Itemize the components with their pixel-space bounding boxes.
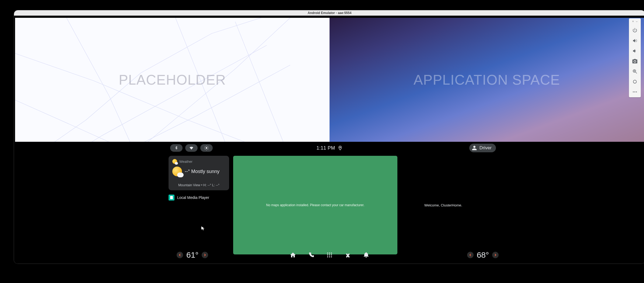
fan-icon xyxy=(345,252,351,258)
bluetooth-icon xyxy=(174,146,179,150)
volume-up-icon xyxy=(632,38,638,43)
upper-display-row: PLACEHOLDER APPLICATION SPACE xyxy=(15,18,644,142)
map-background-lines xyxy=(15,18,330,142)
emulator-close-button[interactable]: × xyxy=(632,20,634,23)
emulator-toolbar: × – xyxy=(629,18,641,97)
hvac-right-down[interactable] xyxy=(467,252,474,258)
bell-icon xyxy=(363,252,369,258)
svg-point-18 xyxy=(331,256,332,257)
weather-card[interactable]: Weather --° Mostly sunny Mountain View •… xyxy=(169,156,229,190)
status-bar: 1:11 PM Driver xyxy=(15,142,644,154)
hvac-right-up[interactable] xyxy=(492,252,499,258)
chevron-right-icon xyxy=(204,254,206,256)
power-icon xyxy=(632,28,638,33)
apps-grid-icon xyxy=(326,252,333,258)
window-titlebar[interactable]: Android Emulator - aae:5554 xyxy=(14,10,644,16)
svg-point-26 xyxy=(636,91,637,92)
camera-icon xyxy=(632,58,638,64)
weather-subline: Mountain View • H: --° L: --° xyxy=(172,183,225,187)
svg-point-10 xyxy=(327,253,328,254)
svg-line-6 xyxy=(208,149,208,150)
emulator-volume-down-button[interactable] xyxy=(632,48,638,54)
weather-title: Weather xyxy=(179,160,192,164)
appspace-label: APPLICATION SPACE xyxy=(414,72,560,88)
left-column: Weather --° Mostly sunny Mountain View •… xyxy=(169,156,229,201)
wifi-icon xyxy=(189,146,194,150)
emulator-zoom-button[interactable] xyxy=(632,68,638,75)
clock: 1:11 PM xyxy=(316,145,335,151)
svg-point-12 xyxy=(331,253,332,254)
status-center: 1:11 PM xyxy=(316,145,342,151)
emulator-minimize-button[interactable]: – xyxy=(636,20,638,23)
instrument-cluster-pane: PLACEHOLDER xyxy=(15,18,330,142)
volume-down-icon xyxy=(632,48,638,54)
svg-line-5 xyxy=(205,146,205,147)
hvac-left: 61° xyxy=(177,250,208,260)
svg-line-8 xyxy=(208,146,208,147)
quick-toggle-group xyxy=(170,144,213,152)
cluster-welcome-text: Welcome, ClusterHome. xyxy=(424,203,462,207)
profile-chip[interactable]: Driver xyxy=(469,144,496,152)
svg-line-20 xyxy=(636,72,637,74)
media-card[interactable]: Local Media Player xyxy=(169,195,229,201)
emulator-volume-up-button[interactable] xyxy=(632,37,638,44)
brightness-toggle[interactable] xyxy=(200,144,213,152)
svg-point-17 xyxy=(329,256,330,257)
nav-apps[interactable] xyxy=(326,251,333,258)
hvac-left-up[interactable] xyxy=(202,252,208,258)
svg-point-25 xyxy=(634,91,635,92)
weather-icon-small xyxy=(172,159,177,164)
location-icon xyxy=(338,146,343,150)
svg-point-16 xyxy=(327,256,328,257)
launcher-content: Weather --° Mostly sunny Mountain View •… xyxy=(15,156,644,247)
chevron-left-icon xyxy=(469,254,472,256)
nav-home[interactable] xyxy=(289,251,296,258)
nav-notifications[interactable] xyxy=(363,251,370,258)
device-screen: PLACEHOLDER APPLICATION SPACE xyxy=(14,16,644,264)
person-icon xyxy=(471,145,477,151)
weather-headline: --° Mostly sunny xyxy=(185,169,219,174)
svg-point-24 xyxy=(633,91,634,92)
hvac-left-temp: 61° xyxy=(186,250,198,260)
svg-point-23 xyxy=(633,80,636,83)
nav-phone[interactable] xyxy=(308,251,315,258)
emulator-back-button[interactable] xyxy=(632,78,638,85)
more-horizontal-icon xyxy=(632,89,638,95)
chevron-left-icon xyxy=(178,254,181,256)
maps-placeholder-tile[interactable]: No maps application installed. Please co… xyxy=(233,156,397,254)
nav-bar: 61° xyxy=(15,247,644,263)
cursor-icon xyxy=(201,226,206,231)
svg-point-13 xyxy=(327,254,328,256)
emulator-power-button[interactable] xyxy=(632,27,638,34)
weather-icon xyxy=(172,167,182,176)
profile-name: Driver xyxy=(480,145,492,151)
home-icon xyxy=(290,252,296,258)
media-label: Local Media Player xyxy=(177,195,209,200)
svg-point-11 xyxy=(329,253,330,254)
car-launcher: 1:11 PM Driver Weather xyxy=(15,142,644,263)
hvac-right-temp: 68° xyxy=(477,250,489,260)
emulator-window: Android Emulator - aae:5554 xyxy=(14,10,644,264)
svg-point-0 xyxy=(206,147,207,149)
svg-point-14 xyxy=(329,254,330,256)
emulator-screenshot-button[interactable] xyxy=(632,58,638,64)
zoom-icon xyxy=(632,69,638,74)
emulator-more-button[interactable] xyxy=(632,89,638,95)
brightness-icon xyxy=(204,146,209,150)
media-app-icon xyxy=(169,195,174,201)
svg-line-7 xyxy=(205,149,205,150)
hvac-right: 68° xyxy=(467,250,499,260)
bluetooth-toggle[interactable] xyxy=(170,144,183,152)
hvac-left-down[interactable] xyxy=(177,252,183,258)
nav-hvac[interactable] xyxy=(344,251,351,258)
emulator-window-controls: × – xyxy=(632,20,637,23)
chevron-right-icon xyxy=(494,254,497,256)
nav-icons xyxy=(289,251,370,258)
window-title: Android Emulator - aae:5554 xyxy=(308,11,352,15)
circle-icon xyxy=(632,79,638,84)
phone-icon xyxy=(308,252,314,258)
application-space-pane: APPLICATION SPACE xyxy=(330,18,644,142)
wifi-toggle[interactable] xyxy=(185,144,198,152)
svg-point-9 xyxy=(340,147,341,148)
svg-point-15 xyxy=(331,254,332,256)
